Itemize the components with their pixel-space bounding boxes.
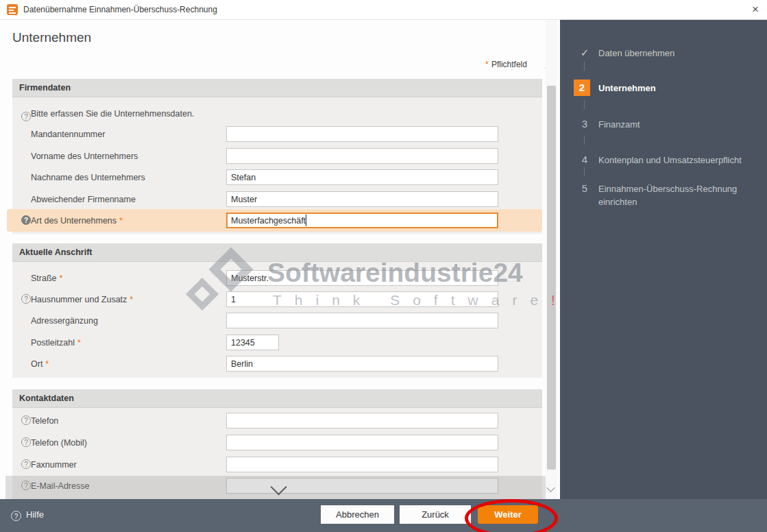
field-row-art-des-unternehmens: ? Art des Unternehmens* — [12, 213, 542, 229]
field-row-telefon: ? Telefon — [12, 413, 542, 429]
field-row-adressergaenzung: Adressergänzung — [12, 313, 542, 329]
help-icon[interactable]: ? — [21, 437, 31, 447]
section-header: Firmendaten — [12, 79, 542, 97]
required-hint-label: Pflichtfeld — [491, 60, 527, 69]
scrollbar-track[interactable] — [546, 19, 557, 499]
info-text: Bitte erfassen Sie die Unternehmensdaten… — [31, 108, 194, 120]
expand-down-icon[interactable] — [270, 479, 287, 495]
section-header: Kontaktdaten — [12, 389, 542, 408]
field-row-nachname: Nachname des Unternehmers — [12, 169, 542, 186]
step-label: Einnahmen-Überschuss-Rechnung einrichten — [598, 182, 762, 208]
field-row-faxnummer: ? Faxnummer — [12, 457, 542, 473]
step-connector — [584, 100, 585, 109]
cancel-button[interactable]: Abbrechen — [321, 505, 394, 524]
mandantennummer-input[interactable] — [226, 126, 498, 142]
required-star: * — [77, 338, 81, 348]
app-icon — [7, 4, 18, 15]
next-button[interactable]: Weiter — [478, 505, 538, 524]
check-icon: ✓ — [578, 47, 592, 59]
field-label: Adressergänzung — [31, 316, 98, 326]
required-star: * — [130, 295, 133, 304]
wizard-window: Datenübernahme Einnahmen-Überschuss-Rech… — [0, 0, 767, 532]
step-connector — [584, 167, 585, 176]
telefon-input[interactable] — [226, 413, 498, 428]
field-row-hausnummer: ? Hausnummer und Zusatz* — [12, 291, 542, 308]
field-row-firmenname: Abweichender Firmenname — [12, 191, 542, 208]
scroll-more-overlay — [5, 476, 546, 499]
window-title: Datenübernahme Einnahmen-Überschuss-Rech… — [23, 5, 217, 14]
nachname-input[interactable] — [226, 169, 498, 185]
field-label: Abweichender Firmenname — [31, 195, 136, 204]
field-label: Art des Unternehmens — [31, 216, 117, 226]
step-label: Kontenplan und Umsatzsteuerpflicht — [598, 154, 762, 167]
step-connector — [584, 136, 585, 145]
help-icon[interactable]: ? — [21, 415, 31, 425]
close-icon[interactable]: × — [747, 2, 764, 17]
help-icon[interactable]: ? — [21, 215, 31, 225]
art-des-unternehmens-input[interactable] — [226, 213, 498, 228]
required-star: * — [119, 216, 123, 226]
field-label: Nachname des Unternehmers — [31, 173, 145, 182]
field-row-strasse: Straße* — [12, 270, 542, 287]
scrollbar-thumb[interactable] — [547, 86, 556, 470]
help-icon[interactable]: ? — [21, 112, 31, 121]
back-button[interactable]: Zurück — [400, 505, 471, 524]
help-button[interactable]: ?Hilfe — [11, 509, 44, 522]
firmenname-input[interactable] — [226, 191, 498, 207]
field-row-vorname: Vorname des Unternehmers — [12, 148, 542, 165]
help-icon[interactable]: ? — [21, 294, 31, 304]
section-firmendaten: Firmendaten ? Bitte erfassen Sie die Unt… — [12, 79, 542, 234]
help-label: Hilfe — [26, 509, 44, 520]
required-star: * — [45, 359, 49, 369]
field-label: Vorname des Unternehmers — [31, 152, 138, 161]
scroll-down-icon[interactable] — [548, 481, 554, 494]
field-label: Postleitzahl — [31, 338, 75, 348]
strasse-input[interactable] — [226, 270, 498, 286]
step-connector — [584, 62, 585, 71]
telefon-mobil-input[interactable] — [226, 435, 498, 450]
field-label: Telefon (Mobil) — [31, 438, 87, 448]
field-label: Straße — [31, 274, 57, 283]
page-title: Unternehmen — [12, 30, 91, 45]
field-row-mandantennummer: Mandantennummer — [12, 126, 542, 143]
field-row-ort: Ort* — [12, 356, 542, 372]
required-star: * — [485, 60, 489, 69]
step-number-badge: 2 — [574, 80, 590, 96]
help-circle-icon: ? — [11, 511, 21, 521]
vorname-input[interactable] — [226, 148, 498, 164]
step-label: Daten übernehmen — [598, 47, 762, 60]
text-caret — [306, 215, 306, 226]
field-label: Mandantennummer — [31, 130, 105, 139]
field-label: Hausnummer und Zusatz — [31, 295, 127, 304]
adressergaenzung-input[interactable] — [226, 313, 498, 328]
step-number: 4 — [578, 154, 592, 165]
section-anschrift: Aktuelle Anschrift Straße* ? Hausnummer … — [12, 243, 542, 378]
field-row-postleitzahl: Postleitzahl* — [12, 335, 542, 351]
footer-bar: ?Hilfe Abbrechen Zurück Weiter — [0, 499, 767, 532]
step-label: Finanzamt — [598, 118, 762, 131]
form-content: Unternehmen *Pflichtfeld Firmendaten ? B… — [0, 19, 560, 499]
field-label: Ort — [31, 359, 42, 369]
help-icon[interactable]: ? — [21, 459, 31, 469]
step-label: Unternehmen — [598, 82, 762, 95]
postleitzahl-input[interactable] — [226, 335, 279, 350]
faxnummer-input[interactable] — [226, 457, 498, 472]
step-number: 5 — [578, 182, 592, 194]
field-label: Telefon — [31, 416, 58, 426]
section-header: Aktuelle Anschrift — [12, 243, 542, 262]
field-row-telefon-mobil: ? Telefon (Mobil) — [12, 435, 542, 451]
wizard-sidebar: ✓ Daten übernehmen 2 Unternehmen 3 Finan… — [560, 19, 767, 499]
required-star: * — [60, 274, 63, 283]
hausnummer-input[interactable] — [226, 291, 498, 307]
step-number: 3 — [578, 118, 592, 130]
field-label: Faxnummer — [31, 460, 77, 470]
ort-input[interactable] — [226, 356, 498, 372]
required-hint: *Pflichtfeld — [483, 60, 527, 69]
window-titlebar: Datenübernahme Einnahmen-Überschuss-Rech… — [0, 0, 767, 20]
